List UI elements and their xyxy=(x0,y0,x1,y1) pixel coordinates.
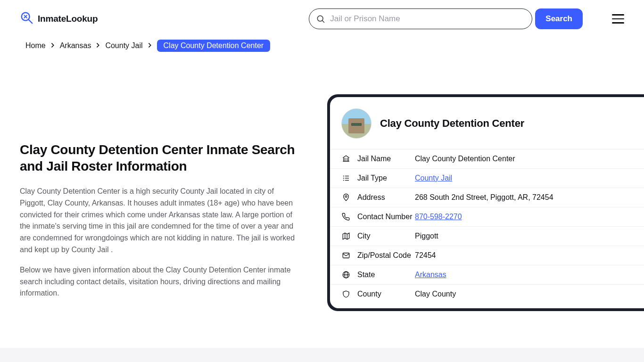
bank-icon xyxy=(341,154,351,164)
search-button[interactable]: Search xyxy=(535,8,583,29)
page-title: Clay County Detention Center Inmate Sear… xyxy=(20,141,301,174)
breadcrumb-home[interactable]: Home xyxy=(25,41,46,50)
info-value: 268 South 2nd Street, Piggott, AR, 72454 xyxy=(415,193,553,202)
info-label: County xyxy=(357,290,415,298)
breadcrumb-type[interactable]: County Jail xyxy=(105,41,142,50)
svg-point-16 xyxy=(343,180,344,181)
footer-band xyxy=(0,348,644,362)
info-row: Address268 South 2nd Street, Piggott, AR… xyxy=(330,188,644,207)
intro-paragraph-2: Below we have given information about th… xyxy=(20,264,301,299)
info-label: Zip/Postal Code xyxy=(357,251,415,260)
brand-name: InmateLookup xyxy=(38,14,98,24)
info-value: Piggott xyxy=(415,232,438,240)
svg-point-15 xyxy=(343,178,344,179)
menu-button[interactable] xyxy=(612,14,624,24)
info-value[interactable]: County Jail xyxy=(415,174,452,182)
info-card: Clay County Detention Center Jail NameCl… xyxy=(327,94,644,311)
info-row: CityPiggott xyxy=(330,226,644,246)
chevron-right-icon xyxy=(96,41,100,50)
info-label: Jail Name xyxy=(357,155,415,163)
info-row: CountyClay County xyxy=(330,284,644,304)
info-value: Clay County Detention Center xyxy=(415,155,515,163)
search-box[interactable] xyxy=(309,8,532,29)
breadcrumb: Home Arkansas County Jail Clay County De… xyxy=(0,29,644,52)
info-row: StateArkansas xyxy=(330,265,644,284)
chevron-right-icon xyxy=(50,41,55,50)
info-label: Jail Type xyxy=(357,174,415,182)
info-label: State xyxy=(357,271,415,279)
info-value: Clay County xyxy=(415,290,456,298)
mapfold-icon xyxy=(341,231,351,241)
facility-name: Clay County Detention Center xyxy=(380,117,524,130)
list-icon xyxy=(341,173,351,183)
phone-icon xyxy=(341,212,351,222)
info-row: Jail NameClay County Detention Center xyxy=(330,149,644,168)
svg-point-14 xyxy=(343,176,344,176)
info-label: Contact Number xyxy=(357,213,415,221)
brand-logo[interactable]: InmateLookup xyxy=(20,11,98,27)
pin-icon xyxy=(341,193,351,202)
search-input[interactable] xyxy=(330,14,525,24)
shield-icon xyxy=(341,289,351,299)
svg-point-17 xyxy=(345,196,347,197)
svg-marker-18 xyxy=(343,233,349,239)
chevron-right-icon xyxy=(148,41,152,50)
info-label: Address xyxy=(357,193,415,202)
info-value: 72454 xyxy=(415,251,436,260)
envelope-icon xyxy=(341,251,351,260)
breadcrumb-current: Clay County Detention Center xyxy=(157,40,271,52)
search-icon xyxy=(316,14,325,24)
info-row: Jail TypeCounty Jail xyxy=(330,168,644,188)
globe-icon xyxy=(341,270,351,280)
info-value[interactable]: Arkansas xyxy=(415,271,446,279)
breadcrumb-state[interactable]: Arkansas xyxy=(60,41,91,50)
logo-icon xyxy=(20,11,34,27)
intro-paragraph-1: Clay County Detention Center is a high s… xyxy=(20,186,301,256)
info-row: Zip/Postal Code72454 xyxy=(330,246,644,265)
info-value[interactable]: 870-598-2270 xyxy=(415,213,462,221)
svg-line-1 xyxy=(29,20,33,24)
facility-avatar xyxy=(341,108,372,139)
info-row: Contact Number870-598-2270 xyxy=(330,207,644,226)
info-label: City xyxy=(357,232,415,240)
svg-line-5 xyxy=(322,21,324,23)
